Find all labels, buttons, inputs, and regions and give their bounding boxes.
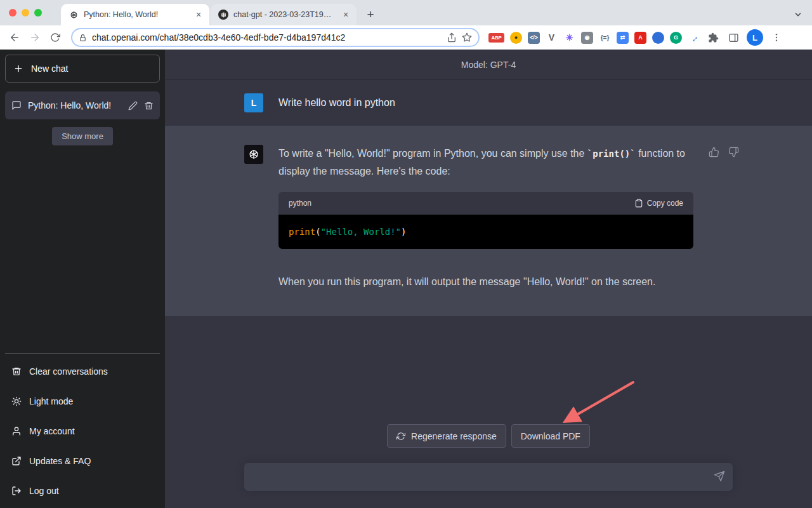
tab-title: Python: Hello, World! <box>84 10 188 19</box>
sidebar-item-label: Clear conversations <box>29 366 108 377</box>
code-block: python Copy code print("Hello, World!") <box>278 192 693 249</box>
extension-expand-icon[interactable]: ↔ <box>685 29 702 46</box>
chat-sidebar: New chat Python: Hello, World! Show m <box>0 50 165 508</box>
regenerate-label: Regenerate response <box>411 431 497 441</box>
tab-python-hello-world[interactable]: Python: Hello, World! × <box>61 4 209 25</box>
close-tab-icon[interactable]: × <box>193 9 204 20</box>
chat-bubble-icon <box>11 100 22 110</box>
tab-title: chat-gpt - 2023-03-23T19155 <box>233 10 335 19</box>
tab-chat-gpt-download[interactable]: chat-gpt - 2023-03-23T19155 × <box>211 4 357 25</box>
minimize-window-button[interactable] <box>22 9 29 17</box>
assistant-paragraph: To write a "Hello, World!" program in Py… <box>278 145 693 180</box>
plus-icon <box>13 64 23 74</box>
regenerate-response-button[interactable]: Regenerate response <box>387 424 506 448</box>
external-link-icon <box>11 456 22 466</box>
code-content: print("Hello, World!") <box>278 215 693 249</box>
assistant-avatar <box>244 145 263 164</box>
edit-conversation-icon[interactable] <box>128 101 138 110</box>
extension-v-icon[interactable]: V <box>546 32 558 44</box>
extension-yellow-dot-icon[interactable]: ● <box>510 32 522 44</box>
sidebar-item-my-account[interactable]: My account <box>5 416 160 446</box>
extension-hexagon-icon[interactable] <box>652 32 664 44</box>
clipboard-icon <box>634 199 643 208</box>
assistant-message-body: To write a "Hello, World!" program in Py… <box>278 145 693 291</box>
share-icon[interactable] <box>447 32 457 43</box>
refresh-icon <box>396 432 405 441</box>
new-chat-button[interactable]: New chat <box>5 55 160 83</box>
page-content: New chat Python: Hello, World! Show m <box>0 50 812 508</box>
extension-camera-icon[interactable]: ◉ <box>581 32 593 44</box>
extension-icons: ABP●</>V✳◉{=}⇄AG↔ <box>486 32 702 44</box>
profile-avatar[interactable]: L <box>747 29 763 46</box>
browser-menu-icon[interactable] <box>767 28 786 47</box>
assistant-message-row: To write a "Hello, World!" program in Py… <box>165 126 812 317</box>
feedback-buttons <box>709 145 739 157</box>
close-window-button[interactable] <box>9 9 16 17</box>
sun-icon <box>11 396 22 406</box>
bookmark-star-icon[interactable] <box>462 32 472 43</box>
download-pdf-button[interactable]: Download PDF <box>511 424 590 448</box>
sidebar-item-log-out[interactable]: Log out <box>5 476 160 505</box>
log-out-icon <box>11 486 22 496</box>
url-text[interactable]: chat.openai.com/chat/38e0cdb3-4e60-4edf-… <box>92 32 442 43</box>
tab-search-chevron-icon[interactable] <box>790 7 806 22</box>
close-tab-icon[interactable]: × <box>340 9 351 20</box>
extensions-puzzle-icon[interactable] <box>704 28 723 47</box>
extension-braces-icon[interactable]: {=} <box>599 32 611 44</box>
sidebar-item-label: Light mode <box>29 396 73 406</box>
extension-asterisk-icon[interactable]: ✳ <box>563 32 575 44</box>
sidebar-item-label: Log out <box>29 486 59 496</box>
message-input[interactable] <box>244 463 733 491</box>
reload-button[interactable] <box>46 28 65 47</box>
conversation-title: Python: Hello, World! <box>28 100 122 110</box>
sidebar-item-light-mode[interactable]: Light mode <box>5 386 160 416</box>
copy-code-label: Copy code <box>647 199 683 208</box>
extension-arrows-icon[interactable]: ⇄ <box>617 32 629 44</box>
forward-button[interactable] <box>25 28 44 47</box>
address-bar[interactable]: chat.openai.com/chat/38e0cdb3-4e60-4edf-… <box>71 28 480 47</box>
assistant-outro: When you run this program, it will outpu… <box>278 273 693 291</box>
code-token-string: "Hello, World!" <box>321 227 401 237</box>
new-tab-button[interactable]: + <box>362 5 379 23</box>
code-token-punct: ) <box>401 227 406 237</box>
model-label: Model: GPT-4 <box>461 60 516 70</box>
conversation-actions <box>128 101 154 110</box>
browser-toolbar: chat.openai.com/chat/38e0cdb3-4e60-4edf-… <box>0 25 812 50</box>
thumbs-down-icon[interactable] <box>728 147 739 157</box>
download-pdf-label: Download PDF <box>521 431 580 441</box>
sidebar-footer: Clear conversations Light mode My accoun… <box>5 353 160 505</box>
extension-grammarly-icon[interactable]: G <box>670 32 682 44</box>
tab-strip: Python: Hello, World! × chat-gpt - 2023-… <box>0 0 812 25</box>
code-block-header: python Copy code <box>278 192 693 215</box>
code-token-function: print <box>289 227 315 237</box>
message-input-bar <box>244 463 733 491</box>
side-panel-icon[interactable] <box>724 28 743 47</box>
user-message-text: Write hello word in python <box>278 93 395 112</box>
extension-adblock-icon[interactable]: ABP <box>488 33 504 43</box>
code-token-punct: ( <box>315 227 320 237</box>
back-button[interactable] <box>5 28 24 47</box>
conversation-item[interactable]: Python: Hello, World! <box>5 91 160 119</box>
trash-icon <box>11 366 22 377</box>
delete-conversation-icon[interactable] <box>144 101 154 110</box>
thumbs-up-icon[interactable] <box>709 147 719 157</box>
sidebar-item-label: Updates & FAQ <box>29 456 91 466</box>
chatgpt-favicon <box>69 10 79 20</box>
copy-code-button[interactable]: Copy code <box>634 199 683 208</box>
sidebar-item-label: My account <box>29 426 75 436</box>
code-language-label: python <box>289 199 311 208</box>
input-area <box>165 448 812 508</box>
chat-actions: Regenerate response Download PDF <box>165 424 812 448</box>
send-message-icon[interactable] <box>714 471 725 482</box>
window-controls <box>9 9 42 17</box>
zoom-window-button[interactable] <box>34 9 42 17</box>
openai-favicon <box>218 10 228 20</box>
show-more-button[interactable]: Show more <box>52 127 113 145</box>
lock-icon <box>79 34 87 42</box>
browser-window: Python: Hello, World! × chat-gpt - 2023-… <box>0 0 812 508</box>
sidebar-item-updates-faq[interactable]: Updates & FAQ <box>5 446 160 476</box>
model-header: Model: GPT-4 <box>165 50 812 80</box>
sidebar-item-clear-conversations[interactable]: Clear conversations <box>5 356 160 386</box>
extension-acrobat-icon[interactable]: A <box>634 32 646 44</box>
extension-code-icon[interactable]: </> <box>528 32 540 44</box>
